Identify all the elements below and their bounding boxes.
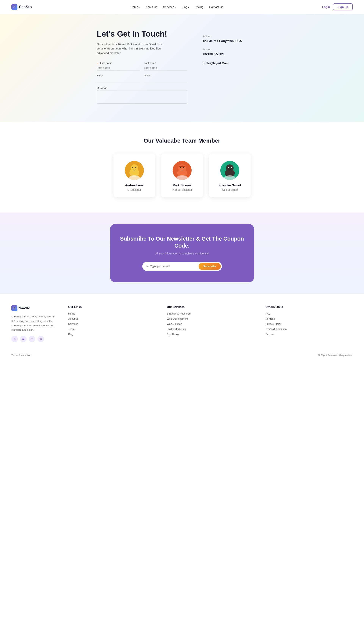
terms-link[interactable]: Terms & condition	[11, 354, 31, 357]
linkedin-icon[interactable]: in	[38, 336, 44, 342]
svg-point-4	[135, 167, 136, 168]
svg-point-9	[180, 167, 181, 168]
our-services-title: Our Services	[167, 305, 254, 309]
contact-form: ⚏ First name Last name Email	[97, 62, 188, 103]
avatar-2	[173, 161, 191, 180]
team-card-3: Kristofer Salcot Web designer	[209, 153, 251, 197]
last-name-input[interactable]	[144, 65, 188, 71]
contact-title: Let's Get In Touch!	[97, 29, 188, 39]
svg-point-2	[131, 164, 138, 172]
newsletter-box: Subscribe To Our Newsletter & Get The Co…	[110, 224, 254, 282]
svg-point-3	[132, 167, 133, 168]
footer-logo: S SaaSto	[11, 305, 57, 311]
footer-service-webdev[interactable]: Web Development	[167, 317, 254, 320]
email-input[interactable]	[97, 78, 140, 83]
twitter-icon[interactable]: 𝕏	[11, 336, 18, 342]
footer-brand-name: SaaSto	[19, 306, 30, 310]
newsletter-email-input[interactable]	[150, 265, 199, 268]
team-section-title: Our Valueabe Team Member	[11, 137, 353, 144]
email-form: ✉ Subscribe	[142, 262, 222, 271]
avatar-3	[220, 161, 239, 180]
svg-point-16	[231, 167, 232, 168]
instagram-icon[interactable]: ◉	[20, 336, 27, 342]
message-label: Message	[97, 87, 188, 89]
nav-actions: Login Sign up	[322, 3, 353, 10]
footer-service-strategy[interactable]: Strategy & Research	[167, 312, 254, 315]
nav-services[interactable]: Services	[163, 5, 176, 9]
footer-brand: S SaaSto Lorem Ipsum is simply dummy tex…	[11, 305, 57, 342]
svg-point-14	[226, 164, 234, 172]
footer-service-digital[interactable]: Digital Marketing	[167, 328, 254, 330]
footer-support[interactable]: Support	[266, 333, 353, 336]
phone-label: Phone	[144, 74, 188, 77]
footer-bottom: Terms & condition All Right Reserved @wp…	[11, 350, 353, 357]
subscribe-button[interactable]: Subscribe	[199, 263, 221, 270]
contact-info: Address 123 Maint St Anytown, USA Suppor…	[202, 29, 267, 70]
login-button[interactable]: Login	[322, 5, 330, 9]
phone-value: +321303555121	[202, 52, 267, 56]
footer-link-team[interactable]: Team	[68, 328, 155, 330]
team-card-2: Mark Busnek Product designer	[161, 153, 203, 197]
team-card-1: Andree Lena UI designer	[113, 153, 155, 197]
footer-terms[interactable]: Trems & Condition	[266, 328, 353, 330]
nav-blog[interactable]: Blog	[182, 5, 189, 9]
email-value: Sinfo@Mymt.Com	[202, 61, 267, 66]
signup-button[interactable]: Sign up	[333, 3, 353, 10]
address-label: Address	[202, 35, 267, 38]
footer-link-about[interactable]: About us	[68, 317, 155, 320]
newsletter-section: Subscribe To Our Newsletter & Get The Co…	[0, 212, 364, 294]
support-label: Support	[202, 48, 267, 51]
footer-our-links: Our Links Home About us Services Team Bl…	[68, 305, 155, 342]
copyright: All Right Reserved @wprealizer	[318, 354, 353, 357]
svg-point-10	[183, 167, 184, 168]
footer-service-websolution[interactable]: Web Solution	[167, 323, 254, 325]
footer: S SaaSto Lorem Ipsum is simply dummy tex…	[0, 294, 364, 362]
footer-link-home[interactable]: Home	[68, 312, 155, 315]
nav-links: Home About Us Services Blog Pricing Cont…	[131, 5, 224, 9]
newsletter-title: Subscribe To Our Newsletter & Get The Co…	[118, 235, 246, 250]
navbar: S SaaSto Home About Us Services Blog Pri…	[0, 0, 364, 14]
svg-point-15	[228, 167, 229, 168]
message-input[interactable]	[97, 90, 188, 103]
footer-other-links: Others Links FAQ Portfolio Privacy Ploic…	[266, 305, 353, 342]
footer-privacy[interactable]: Privacy Ploicy	[266, 323, 353, 325]
avatar-1	[125, 161, 144, 180]
team-role-2: Product designer	[172, 188, 192, 191]
footer-service-app[interactable]: App Design	[167, 333, 254, 336]
team-role-1: UI designer	[128, 188, 141, 191]
footer-link-services[interactable]: Services	[68, 323, 155, 325]
nav-pricing[interactable]: Pricing	[195, 5, 203, 9]
logo-icon: S	[11, 4, 17, 10]
address-value: 123 Maint St Anytown, USA	[202, 39, 267, 43]
newsletter-subtitle: All your information is completely confi…	[118, 252, 246, 255]
footer-link-blog[interactable]: Blog	[68, 333, 155, 336]
footer-faq[interactable]: FAQ	[266, 312, 353, 315]
contact-description: Our co-founders Tuomo Riekki and Kristo …	[97, 42, 169, 56]
nav-contact[interactable]: Contact Us	[209, 5, 223, 9]
team-role-3: Web designer	[221, 188, 238, 191]
social-icons: 𝕏 ◉ f in	[11, 336, 57, 342]
team-name-2: Mark Busnek	[173, 184, 191, 187]
other-links-title: Others Links	[266, 305, 353, 309]
footer-description: Lorem Ipsum is simply dummy text of the …	[11, 314, 57, 332]
nav-about[interactable]: About Us	[146, 5, 157, 9]
footer-portfolio[interactable]: Portfolio	[266, 317, 353, 320]
contact-section: Let's Get In Touch! Our co-founders Tuom…	[0, 14, 364, 122]
nav-home[interactable]: Home	[131, 5, 140, 9]
brand-name: SaaSto	[19, 5, 32, 9]
email-icon: ✉	[146, 265, 148, 268]
required-icon: ⚏	[97, 62, 99, 64]
team-cards: Andree Lena UI designer Mark Busnek Prod…	[11, 153, 353, 197]
footer-our-services: Our Services Strategy & Research Web Dev…	[167, 305, 254, 342]
phone-input[interactable]	[144, 78, 188, 83]
logo[interactable]: S SaaSto	[11, 4, 32, 10]
email-label: Email	[97, 74, 140, 77]
footer-logo-icon: S	[11, 305, 17, 311]
team-name-3: Kristofer Salcot	[218, 184, 241, 187]
facebook-icon[interactable]: f	[29, 336, 35, 342]
team-section: Our Valueabe Team Member Andree Lena UI …	[0, 122, 364, 212]
team-name-1: Andree Lena	[125, 184, 143, 187]
first-name-label: ⚏ First name	[97, 62, 140, 64]
our-links-title: Our Links	[68, 305, 155, 309]
first-name-input[interactable]	[97, 65, 140, 71]
